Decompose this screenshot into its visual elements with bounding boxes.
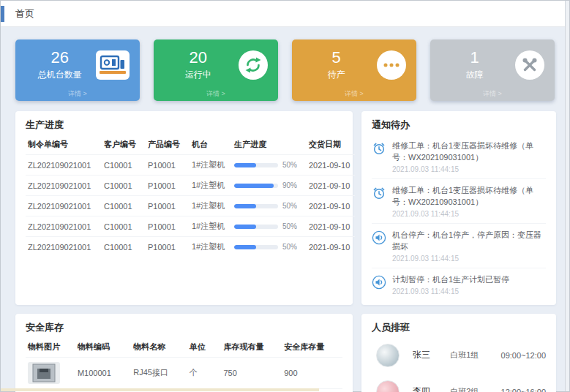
stat-label: 待产 [298, 69, 375, 81]
cell-date: 2021-09-10 [307, 176, 355, 196]
notification-item[interactable]: 维修工单：机台1变压器损坏待维修（单号：WX202109031001） 2021… [372, 135, 546, 179]
scrollbar[interactable] [565, 1, 569, 391]
stat-label: 运行中 [160, 69, 236, 81]
progress-track [234, 184, 278, 188]
stat-card-running[interactable]: 20 运行中 详情 > [154, 39, 278, 101]
stat-value: 26 [21, 49, 98, 66]
staff-schedule-panel: 人员排班 张三 白班1组 09:00~12:00 李四 白班2组 12:00~1… [361, 314, 556, 392]
cell-name: RJ45接口 [131, 357, 187, 388]
staff-name: 李四 [413, 385, 450, 392]
dashboard-window: 首页 26 总机台数量 详情 > [0, 0, 570, 392]
stat-card-pending[interactable]: 5 待产 详情 > [292, 39, 416, 101]
notification-item[interactable]: 计划暂停：机台1生产计划已暂停 2021.09.03 11:44:15 [372, 268, 546, 301]
notification-message: 维修工单：机台1变压器损坏待维修（单号：WX202109031001） [392, 140, 546, 164]
table-header-row: 物料图片 物料编码 物料名称 单位 库存现有量 安全库存量 [26, 337, 342, 358]
table-row: ZL202109021001 C10001 P10001 1#注塑机 50% 2… [26, 237, 355, 257]
safety-stock-panel: 安全库存 物料图片 物料编码 物料名称 单位 库存现有量 安全库存量 [15, 314, 353, 392]
cell-date: 2021-09-10 [307, 216, 355, 237]
notification-item[interactable]: 机台停产：机台1停产，停产原因：变压器损坏 2021.09.03 11:44:1… [372, 224, 546, 268]
safety-stock-table: 物料图片 物料编码 物料名称 单位 库存现有量 安全库存量 [26, 337, 342, 392]
cell-photo [26, 357, 75, 388]
table-header-row: 制令单编号 客户编号 产品编号 机台 生产进度 交货日期 [26, 135, 355, 155]
alarm-clock-icon [372, 141, 386, 156]
panel-title: 生产进度 [26, 118, 342, 132]
cell-unit: 个 [187, 357, 222, 388]
page-title-tab[interactable]: 首页 [15, 7, 34, 20]
staff-time-range: 12:00~16:00 [501, 388, 546, 392]
cell-order: ZL202109021001 [26, 196, 102, 216]
progress-fill [234, 163, 256, 167]
stat-card-body: 26 总机台数量 [21, 49, 98, 81]
topbar: 首页 [1, 1, 569, 27]
cell-date: 2021-09-10 [307, 155, 355, 176]
cell-machine: 1#注塑机 [190, 237, 232, 257]
cell-product: P10001 [146, 216, 190, 237]
alarm-clock-icon [372, 186, 386, 200]
stat-label: 故障 [436, 69, 513, 81]
cell-customer: C10001 [102, 237, 146, 257]
notification-text-block: 计划暂停：机台1生产计划已暂停 2021.09.03 11:44:15 [392, 274, 509, 295]
bottom-strip [1, 388, 319, 391]
notification-message: 计划暂停：机台1生产计划已暂停 [392, 274, 509, 286]
col-header-progress: 生产进度 [232, 135, 307, 155]
notifications-panel: 通知待办 维修工单：机台1变压器损坏待维修（单号：WX202109031001）… [361, 111, 556, 305]
progress-track [234, 245, 278, 249]
stat-value: 20 [160, 49, 236, 66]
main-content: 26 总机台数量 详情 > 20 运行中 [1, 39, 569, 392]
progress-fill [234, 245, 256, 249]
notification-item[interactable]: 维修工单：机台1变压器损坏待维修（单号：WX202109031001） 2021… [372, 179, 546, 224]
avatar [376, 344, 400, 367]
progress-fill [234, 184, 274, 188]
refresh-arrows-icon [239, 50, 268, 80]
rj45-connector-photo [28, 362, 60, 384]
staff-time-range: 09:00~12:00 [501, 351, 546, 360]
cell-product: P10001 [146, 237, 190, 257]
production-table: 制令单编号 客户编号 产品编号 机台 生产进度 交货日期 ZL202109021… [26, 135, 355, 257]
cell-product: P10001 [146, 196, 190, 216]
cell-progress: 90% [232, 176, 307, 196]
cell-product: P10001 [146, 176, 190, 196]
staff-name: 张三 [413, 349, 450, 361]
panel-grid: 生产进度 制令单编号 客户编号 产品编号 机台 生产进度 交货日期 [15, 111, 555, 392]
machine-icon [96, 50, 130, 80]
table-row: M100001 RJ45接口 个 750 900 [26, 357, 342, 388]
cell-order: ZL202109021001 [26, 216, 102, 237]
detail-link[interactable]: 详情 > [154, 89, 278, 99]
cell-machine: 1#注塑机 [190, 176, 232, 196]
cell-customer: C10001 [102, 155, 146, 176]
detail-link[interactable]: 详情 > [15, 89, 140, 99]
notification-text-block: 维修工单：机台1变压器损坏待维修（单号：WX202109031001） 2021… [392, 185, 546, 218]
panel-title: 通知待办 [372, 118, 546, 132]
production-progress-panel: 生产进度 制令单编号 客户编号 产品编号 机台 生产进度 交货日期 [15, 111, 353, 305]
notification-timestamp: 2021.09.03 11:44:15 [392, 210, 546, 218]
schedule-row: 张三 白班1组 09:00~12:00 [372, 337, 546, 374]
active-tab-indicator [1, 6, 4, 22]
progress-percent: 50% [282, 202, 297, 210]
cell-code: M100001 [75, 357, 131, 388]
col-header-code: 物料编码 [75, 337, 131, 358]
stat-card-body: 5 待产 [298, 49, 375, 81]
detail-link[interactable]: 详情 > [430, 89, 555, 99]
stat-value: 1 [436, 49, 513, 66]
stat-card-total-machines[interactable]: 26 总机台数量 详情 > [15, 39, 140, 101]
progress-percent: 90% [282, 181, 297, 189]
col-header-unit: 单位 [187, 337, 222, 358]
panel-title: 安全库存 [26, 321, 342, 334]
stat-value: 5 [298, 49, 375, 66]
progress-percent: 50% [282, 222, 297, 230]
stat-card-fault[interactable]: 1 故障 详情 > [430, 39, 555, 101]
progress-percent: 50% [282, 161, 297, 169]
cell-order: ZL202109021001 [26, 176, 102, 196]
notification-timestamp: 2021.09.03 11:44:15 [392, 165, 546, 173]
table-row: ZL202109021001 C10001 P10001 1#注塑机 90% 2… [26, 176, 355, 196]
notification-text-block: 机台停产：机台1停产，停产原因：变压器损坏 2021.09.03 11:44:1… [392, 230, 546, 263]
staff-shift: 白班1组 [450, 350, 500, 361]
detail-link[interactable]: 详情 > [292, 89, 416, 99]
notification-timestamp: 2021.09.03 11:44:15 [392, 255, 546, 263]
table-row: ZL202109021001 C10001 P10001 1#注塑机 50% 2… [26, 196, 355, 216]
table-row: ZL202109021001 C10001 P10001 1#注塑机 50% 2… [26, 216, 355, 237]
notification-list: 维修工单：机台1变压器损坏待维修（单号：WX202109031001） 2021… [372, 135, 546, 301]
cell-date: 2021-09-10 [307, 237, 355, 257]
cell-product: P10001 [146, 155, 190, 176]
stat-label: 总机台数量 [21, 69, 98, 81]
